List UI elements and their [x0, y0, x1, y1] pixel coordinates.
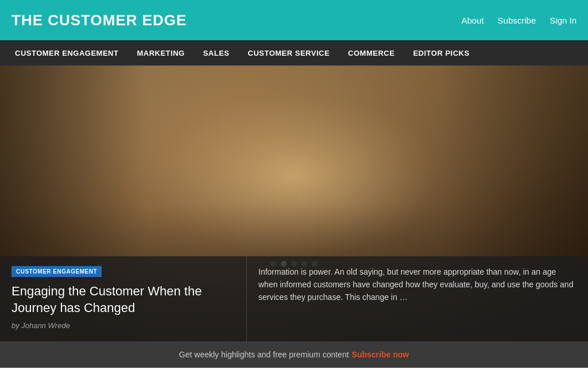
nav-commerce[interactable]: COMMERCE — [339, 49, 404, 57]
hero-left-panel: CUSTOMER ENGAGEMENT Engaging the Custome… — [0, 256, 247, 341]
nav-customer-service[interactable]: CUSTOMER SERVICE — [239, 49, 339, 57]
hero-overlay: CUSTOMER ENGAGEMENT Engaging the Custome… — [0, 256, 588, 341]
hero-excerpt: Information is power. An old saying, but… — [258, 265, 577, 304]
hero-slider: CUSTOMER ENGAGEMENT Engaging the Custome… — [0, 66, 588, 341]
footer-bar: Get weekly highlights and free premium c… — [0, 341, 588, 368]
hero-right-panel: Information is power. An old saying, but… — [247, 256, 588, 341]
nav-marketing[interactable]: MARKETING — [127, 49, 194, 57]
signin-link[interactable]: Sign In — [550, 16, 577, 25]
footer-subscribe-link[interactable]: Subscribe now — [352, 350, 409, 359]
about-link[interactable]: About — [461, 16, 483, 25]
nav-sales[interactable]: SALES — [194, 49, 239, 57]
nav-customer-engagement[interactable]: CUSTOMER ENGAGEMENT — [6, 49, 127, 57]
site-logo: THE CUSTOMER EDGE — [11, 11, 187, 29]
nav-editor-picks[interactable]: EDITOR PICKS — [404, 49, 478, 57]
hero-title: Engaging the Customer When the Journey h… — [11, 283, 235, 317]
subscribe-link[interactable]: Subscribe — [498, 16, 536, 25]
hero-author: by Johann Wrede — [11, 321, 235, 330]
site-header: THE CUSTOMER EDGE About Subscribe Sign I… — [0, 0, 588, 40]
main-navbar: CUSTOMER ENGAGEMENT MARKETING SALES CUST… — [0, 40, 588, 66]
footer-text: Get weekly highlights and free premium c… — [179, 350, 349, 359]
category-badge[interactable]: CUSTOMER ENGAGEMENT — [11, 266, 102, 277]
header-nav: About Subscribe Sign In — [461, 16, 577, 25]
